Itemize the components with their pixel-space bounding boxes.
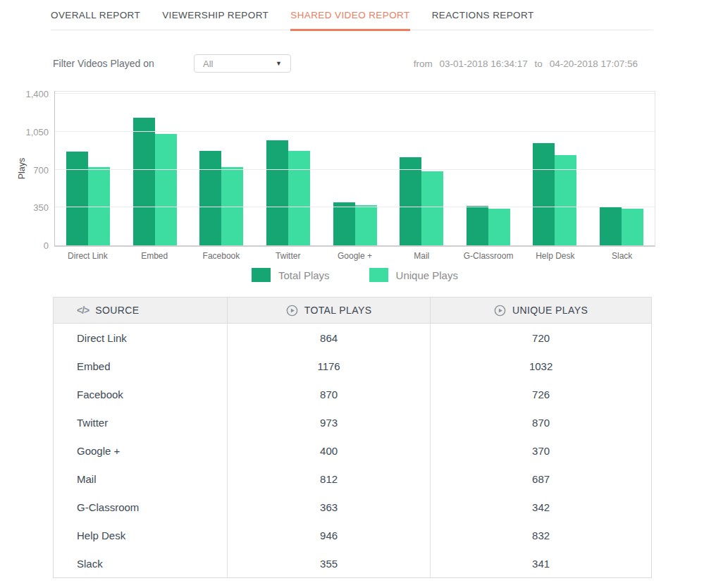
table-row: Direct Link 864 720 — [54, 324, 651, 352]
total-plays-cell: 355 — [227, 549, 430, 577]
source-cell: Slack — [54, 549, 227, 577]
legend-item-unique-plays[interactable]: Unique Plays — [369, 268, 458, 282]
unique-plays-cell: 1032 — [430, 352, 651, 380]
bar-group — [521, 94, 588, 245]
unique-plays-cell: 342 — [430, 493, 651, 521]
date-to-label: to — [535, 59, 543, 69]
bar-unique-plays[interactable] — [288, 151, 310, 245]
bar-total-plays[interactable] — [533, 143, 555, 245]
unique-plays-cell: 341 — [430, 549, 651, 577]
source-cell: Facebook — [54, 380, 227, 408]
bar-group — [588, 94, 655, 245]
play-circle-icon — [286, 305, 298, 317]
x-axis-label: Help Desk — [521, 251, 588, 261]
legend-label: Total Plays — [278, 269, 330, 281]
y-tick-label: 700 — [33, 165, 49, 176]
gridline — [55, 169, 655, 170]
bar-total-plays[interactable] — [600, 207, 622, 246]
play-circle-icon — [494, 305, 506, 317]
bar-total-plays[interactable] — [333, 202, 355, 245]
gridline — [55, 93, 655, 94]
code-icon — [77, 305, 89, 316]
x-axis-label: Embed — [121, 251, 188, 261]
played-on-dropdown[interactable]: All ▼ — [194, 54, 291, 73]
total-plays-cell: 812 — [227, 465, 430, 493]
unique-plays-cell: 870 — [430, 408, 651, 436]
shared-video-table: SOURCE TOTAL PLAYS UNIQUE PLAYS Direct L… — [53, 297, 652, 578]
unique-plays-cell: 687 — [430, 465, 651, 493]
tab-shared-video-report[interactable]: SHARED VIDEO REPORT — [290, 10, 409, 31]
gridline — [55, 131, 655, 132]
bar-group — [188, 94, 255, 245]
table-body: Direct Link 864 720 Embed 1176 1032 Face… — [54, 324, 651, 577]
x-axis-label: Twitter — [254, 251, 321, 261]
gridline — [55, 207, 655, 207]
x-axis-label: Direct Link — [54, 251, 121, 261]
bar-group — [55, 94, 122, 245]
bar-unique-plays[interactable] — [421, 171, 443, 246]
table-row: Facebook 870 726 — [54, 380, 651, 408]
total-plays-cell: 1176 — [227, 352, 430, 380]
total-plays-cell: 400 — [227, 436, 430, 465]
source-cell: Help Desk — [54, 521, 227, 549]
source-cell: Embed — [54, 352, 227, 380]
dropdown-selected-value: All — [203, 59, 213, 69]
tab-viewership-report[interactable]: VIEWERSHIP REPORT — [162, 10, 268, 30]
unique-plays-cell: 720 — [430, 324, 651, 352]
filter-row: Filter Videos Played on All ▼ from 03-01… — [53, 54, 638, 73]
report-tabs: OVERALL REPORTVIEWERSHIP REPORTSHARED VI… — [51, 0, 653, 30]
date-range: from 03-01-2018 16:34:17 to 04-20-2018 1… — [409, 59, 638, 69]
table-row: Google + 400 370 — [54, 436, 651, 465]
total-plays-cell: 946 — [227, 521, 430, 549]
tab-reactions-report[interactable]: REACTIONS REPORT — [432, 10, 534, 30]
bar-total-plays[interactable] — [266, 140, 288, 245]
chevron-down-icon: ▼ — [276, 61, 282, 67]
bar-total-plays[interactable] — [199, 151, 221, 245]
bar-unique-plays[interactable] — [488, 209, 510, 246]
bar-total-plays[interactable] — [133, 118, 155, 245]
column-header-label: TOTAL PLAYS — [304, 305, 372, 316]
table-row: Embed 1176 1032 — [54, 352, 651, 380]
source-cell: G-Classroom — [54, 493, 227, 521]
bar-unique-plays[interactable] — [221, 167, 243, 246]
y-tick-label: 1,050 — [25, 127, 49, 137]
column-header-label: UNIQUE PLAYS — [512, 305, 588, 316]
bar-total-plays[interactable] — [400, 157, 421, 245]
y-tick-label: 350 — [33, 202, 49, 213]
chart-legend: Total Plays Unique Plays — [54, 268, 655, 282]
table-header: SOURCE TOTAL PLAYS UNIQUE PLAYS — [54, 298, 651, 324]
total-plays-cell: 864 — [227, 324, 430, 352]
bar-total-plays[interactable] — [467, 206, 488, 245]
chart-plot-area: Plays 03507001,0501,400 — [54, 91, 655, 247]
bar-unique-plays[interactable] — [355, 205, 377, 245]
table-row: Twitter 973 870 — [54, 408, 651, 436]
x-axis-label: Google + — [321, 251, 388, 261]
bar-total-plays[interactable] — [66, 152, 88, 245]
tab-overall-report[interactable]: OVERALL REPORT — [51, 10, 140, 30]
date-to-value: 04-20-2018 17:07:56 — [550, 59, 638, 69]
x-axis-label: Facebook — [188, 251, 255, 261]
filter-label: Filter Videos Played on — [53, 58, 194, 69]
bar-unique-plays[interactable] — [155, 134, 177, 246]
unique-plays-cell: 726 — [430, 380, 651, 408]
table-row: G-Classroom 363 342 — [54, 493, 651, 521]
column-header-source: SOURCE — [54, 298, 227, 323]
source-cell: Google + — [54, 436, 227, 465]
bar-groups — [55, 94, 655, 245]
source-cell: Direct Link — [54, 324, 227, 352]
bar-group — [321, 94, 388, 245]
bar-unique-plays[interactable] — [622, 209, 643, 245]
total-plays-cell: 363 — [227, 493, 430, 521]
source-cell: Twitter — [54, 408, 227, 436]
bar-group — [255, 94, 322, 245]
x-axis-label: G-Classroom — [455, 251, 522, 261]
column-header-total-plays: TOTAL PLAYS — [227, 298, 430, 323]
x-axis-label: Mail — [388, 251, 455, 261]
legend-item-total-plays[interactable]: Total Plays — [252, 268, 330, 282]
column-header-label: SOURCE — [95, 305, 139, 316]
y-tick-label: 1,400 — [25, 89, 49, 99]
unique-plays-cell: 832 — [430, 521, 651, 549]
bar-group — [455, 94, 521, 245]
date-from-label: from — [414, 59, 433, 69]
date-from-value: 03-01-2018 16:34:17 — [439, 59, 527, 69]
